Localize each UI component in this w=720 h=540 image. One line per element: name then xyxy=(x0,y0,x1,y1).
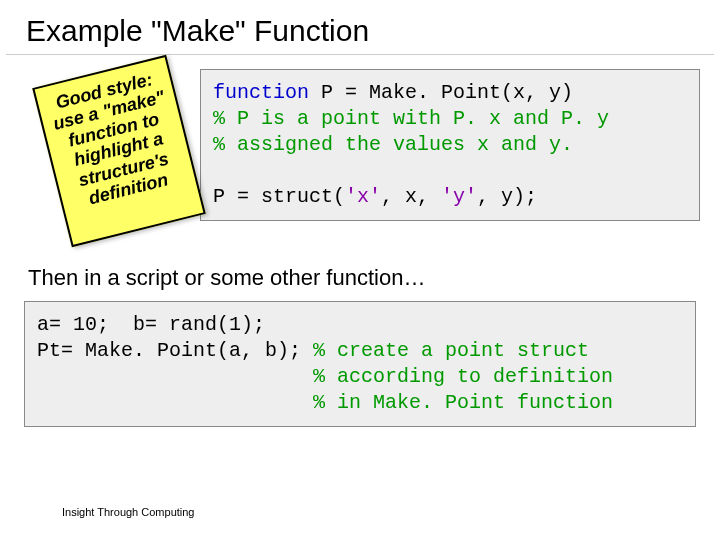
code-keyword: function xyxy=(213,81,309,104)
code-text: Pt= Make. Point(a, b); xyxy=(37,339,313,362)
code-text: P = Make. Point(x, y) xyxy=(309,81,573,104)
code-text: a= 10; b= rand(1); xyxy=(37,313,265,336)
sticky-note: Good style: use a "make" function to hig… xyxy=(32,55,206,248)
code-text: , y); xyxy=(477,185,537,208)
code-comment: % according to definition xyxy=(37,365,613,388)
slide-title: Example "Make" Function xyxy=(6,0,714,55)
code-comment: % assigned the values x and y. xyxy=(213,133,573,156)
code-text: P = struct( xyxy=(213,185,345,208)
code-text: , x, xyxy=(381,185,441,208)
code-comment: % in Make. Point function xyxy=(37,391,613,414)
sticky-wrap: Good style: use a "make" function to hig… xyxy=(20,69,200,259)
code-string: 'x' xyxy=(345,185,381,208)
code-string: 'y' xyxy=(441,185,477,208)
code-block-1: function P = Make. Point(x, y) % P is a … xyxy=(200,69,700,221)
code-comment: % P is a point with P. x and P. y xyxy=(213,107,609,130)
mid-text: Then in a script or some other function… xyxy=(0,265,720,301)
code-block-2: a= 10; b= rand(1); Pt= Make. Point(a, b)… xyxy=(24,301,696,427)
top-row: Good style: use a "make" function to hig… xyxy=(0,55,720,265)
code-comment: % create a point struct xyxy=(313,339,589,362)
footer-text: Insight Through Computing xyxy=(62,506,195,518)
